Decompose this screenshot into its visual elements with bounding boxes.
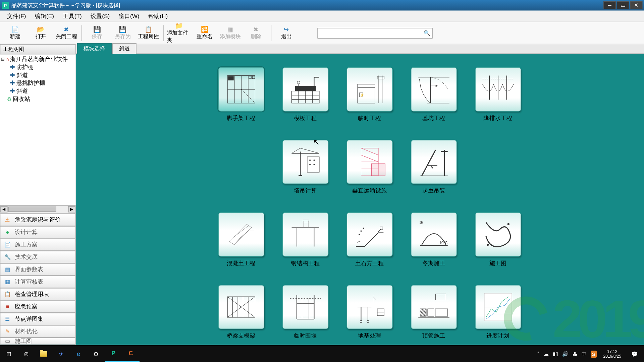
new-button[interactable]: 📄新建 (3, 23, 28, 43)
module-dewatering[interactable]: 降排水工程 (475, 67, 521, 122)
side-btn-tech[interactable]: 🔧技术交底 (0, 251, 76, 263)
exit-button[interactable]: ↪退出 (274, 23, 299, 43)
project-tree-title: 工程树图 (0, 44, 76, 54)
edge-button[interactable]: e (70, 346, 87, 362)
rename-button[interactable]: 🔁重命名 (192, 23, 217, 43)
menu-settings[interactable]: 设置(S) (86, 11, 114, 21)
material-icon: ✎ (4, 328, 11, 335)
settings-button[interactable]: ⚙ (87, 346, 105, 362)
scroll-thumb[interactable] (8, 206, 56, 212)
module-drawings[interactable]: 施工图 (475, 213, 521, 267)
scroll-right-button[interactable]: ▶ (68, 206, 75, 212)
side-btn-material[interactable]: ✎材料优化 (0, 325, 76, 338)
side-btn-label: 技术交底 (15, 253, 38, 261)
module-tower-crane[interactable]: 塔吊计算 (282, 140, 329, 195)
app-pinming-button[interactable]: P (105, 346, 122, 362)
lifting-icon (411, 140, 457, 184)
module-label: 混凝土工程 (227, 259, 256, 267)
tray-onedrive-icon[interactable]: ☁ (544, 351, 549, 357)
tree-item[interactable]: ✚防护棚 (1, 63, 75, 71)
module-row: 脚手架工程 模板工程 ⚡ 临时工程 基坑工程 (94, 67, 627, 122)
module-bridge-formwork[interactable]: 桥梁支模架 (218, 285, 264, 340)
tree-item[interactable]: ✚悬挑防护棚 (1, 79, 75, 87)
project-props-button[interactable]: 📋工程属性 (136, 23, 161, 43)
tree-horizontal-scrollbar[interactable]: ◀ ▶ (0, 205, 76, 213)
menu-window[interactable]: 窗口(W) (114, 11, 144, 21)
module-foundation[interactable]: 地基处理 (346, 285, 393, 340)
tray-ime-icon[interactable]: 中 (582, 351, 587, 357)
side-btn-drawing[interactable]: ▭施工图 (0, 338, 76, 345)
tray-chevron-up-icon[interactable]: ˄ (537, 351, 540, 357)
calc-icon: 🖩 (4, 229, 11, 236)
module-pipe-jacking[interactable]: 顶管施工 (411, 285, 457, 340)
taskbar-clock[interactable]: 17:12 2019/8/25 (601, 349, 624, 359)
tray-volume-icon[interactable]: 🔊 (562, 351, 569, 357)
side-btn-label: 检查管理用表 (15, 290, 49, 298)
menu-tools[interactable]: 工具(T) (58, 11, 86, 21)
side-btn-plan[interactable]: 📄施工方案 (0, 238, 76, 251)
menu-edit[interactable]: 编辑(E) (31, 11, 59, 21)
search-input[interactable] (318, 30, 422, 36)
minimize-button[interactable]: ━ (603, 1, 616, 9)
svg-marker-31 (435, 85, 438, 87)
close-project-label: 关闭工程 (56, 33, 77, 40)
menu-file[interactable]: 文件(F) (3, 11, 31, 21)
module-winter[interactable]: ❄-10℃ 冬期施工 (411, 213, 457, 267)
plus-icon: ✚ (10, 63, 15, 71)
menu-help[interactable]: 帮助(H) (144, 11, 172, 21)
file-explorer-button[interactable] (35, 346, 52, 362)
open-label: 打开 (36, 33, 46, 40)
open-button[interactable]: 📂打开 (28, 23, 53, 43)
svg-line-60 (232, 226, 248, 238)
tree-item[interactable]: ✚斜道 (1, 87, 75, 95)
module-vertical-transport[interactable]: 垂直运输设施 (346, 140, 393, 195)
side-btn-params[interactable]: ▤界面参数表 (0, 263, 76, 276)
scaffold-icon (218, 67, 264, 112)
module-formwork[interactable]: 模板工程 (282, 67, 329, 122)
close-icon: ✖ (62, 26, 71, 33)
search-icon[interactable]: 🔍 (422, 30, 432, 36)
close-button[interactable]: ✕ (630, 1, 642, 9)
tree-root[interactable]: ⊟⌂浙江品茗高新产业软件 (1, 55, 75, 63)
svg-line-39 (300, 148, 319, 153)
module-label: 垂直运输设施 (352, 187, 387, 195)
module-lifting[interactable]: 起重吊装 (411, 140, 457, 195)
svg-rect-105 (435, 294, 446, 300)
side-btn-hazard[interactable]: ⚠危险源辨识与评价 (0, 214, 76, 226)
side-btn-audit[interactable]: ▦计算审核表 (0, 276, 76, 288)
side-btn-emergency[interactable]: ■应急预案 (0, 300, 76, 313)
task-view-button[interactable]: ⎚ (17, 346, 35, 362)
delete-label: 删除 (251, 33, 261, 40)
tray-sogou-icon[interactable]: S (591, 351, 597, 358)
module-earthwork[interactable]: 土石方工程 (346, 213, 393, 267)
module-scaffold[interactable]: 脚手架工程 (218, 67, 264, 122)
module-concrete[interactable]: 混凝土工程 (218, 213, 264, 267)
module-steel[interactable]: 钢结构工程 (282, 213, 329, 267)
notification-button[interactable]: 💬 (628, 346, 641, 362)
tab-ramp[interactable]: 斜道 (112, 43, 136, 54)
tree-item[interactable]: ✚斜道 (1, 71, 75, 79)
sidebar-buttons: ⚠危险源辨识与评价 🖩设计计算 📄施工方案 🔧技术交底 ▤界面参数表 ▦计算审核… (0, 213, 76, 345)
tray-network-icon[interactable]: 🖧 (573, 351, 578, 357)
module-temporary[interactable]: ⚡ 临时工程 (346, 67, 393, 122)
tray-battery-icon[interactable]: ▮▯ (553, 351, 558, 357)
tree-recycle[interactable]: ♻回收站 (1, 95, 75, 103)
svg-rect-108 (435, 309, 447, 316)
search-box[interactable]: 🔍 (317, 28, 432, 39)
add-folder-button[interactable]: 📁添加文件夹 (166, 23, 191, 43)
close-project-button[interactable]: ✖关闭工程 (54, 23, 79, 43)
module-cofferdam[interactable]: 临时围堰 (282, 285, 329, 340)
app-camtasia-button[interactable]: C (122, 346, 140, 362)
maximize-button[interactable]: ▭ (617, 1, 629, 9)
side-btn-nodes[interactable]: ☰节点详图集 (0, 313, 76, 325)
main-area: 模块选择 斜道 脚手架工程 模板工程 (76, 44, 644, 345)
app-button[interactable]: ✈ (52, 346, 70, 362)
scroll-left-button[interactable]: ◀ (0, 206, 7, 212)
module-foundation-pit[interactable]: 基坑工程 (411, 67, 457, 122)
project-tree: ⊟⌂浙江品茗高新产业软件 ✚防护棚 ✚斜道 ✚悬挑防护棚 ✚斜道 ♻回收站 (0, 54, 76, 205)
module-schedule[interactable]: 进度计划 (475, 285, 521, 340)
tab-module-select[interactable]: 模块选择 (77, 43, 112, 54)
start-button[interactable]: ⊞ (0, 346, 17, 362)
side-btn-design-calc[interactable]: 🖩设计计算 (0, 226, 76, 239)
side-btn-checklist[interactable]: 📋检查管理用表 (0, 288, 76, 300)
